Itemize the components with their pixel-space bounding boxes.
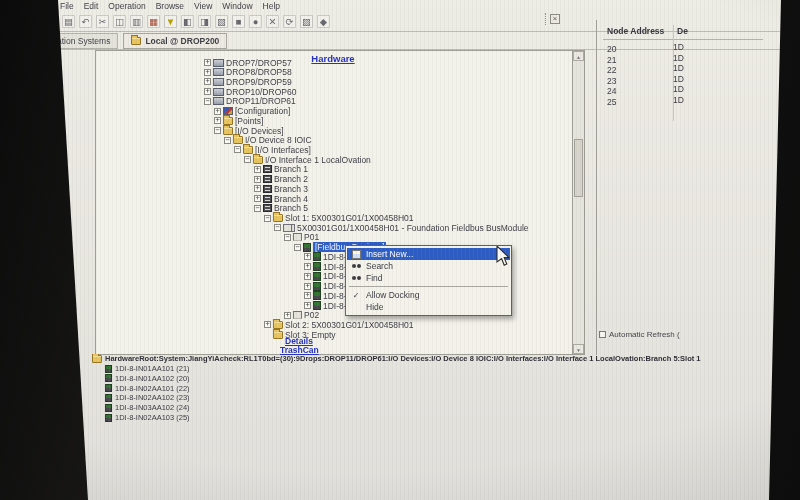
copy-icon[interactable]: ◫ [113, 15, 126, 28]
expand-box-icon[interactable]: + [254, 195, 261, 202]
tree-item[interactable]: +DROP8/DROP58 [204, 68, 292, 77]
table-row[interactable]: 241D [607, 84, 687, 94]
paste-icon[interactable]: ▥ [130, 15, 143, 28]
menu-window[interactable]: Window [222, 1, 252, 11]
expand-box-icon[interactable]: + [284, 312, 291, 319]
column-header-device[interactable]: De [677, 26, 693, 36]
collapse-box-icon[interactable]: − [264, 215, 271, 222]
result-item[interactable]: 1DI-8-IN02AA103 (25) [105, 413, 190, 422]
expand-box-icon[interactable]: + [254, 166, 261, 173]
collapse-box-icon[interactable]: − [214, 127, 221, 134]
tree-item[interactable]: +Slot 2: 5X00301G01/1X00458H01 [264, 320, 414, 329]
result-path-row[interactable]: HardwareRoot:System:JiangYiAcheck:RL1T0b… [92, 354, 772, 363]
tree-item[interactable]: +DROP9/DROP59 [204, 77, 292, 86]
result-item[interactable]: 1DI-8-IN03AA102 (24) [105, 403, 190, 412]
result-item[interactable]: 1DI-8-IN01AA102 (20) [105, 374, 190, 383]
expand-box-icon[interactable]: + [204, 69, 211, 76]
result-item[interactable]: 1DI-8-IN01AA101 (21) [105, 364, 190, 373]
tree-item[interactable]: −DROP11/DROP61 [204, 97, 296, 106]
close-icon[interactable]: × [550, 14, 560, 24]
hardware-title[interactable]: Hardware [96, 53, 570, 64]
collapse-box-icon[interactable]: − [224, 137, 231, 144]
expand-box-icon[interactable]: + [304, 253, 311, 260]
expand-box-icon[interactable]: + [254, 185, 261, 192]
collapse-box-icon[interactable]: − [294, 244, 301, 251]
menu-item-search[interactable]: Search [347, 260, 510, 272]
expand-box-icon[interactable]: + [204, 78, 211, 85]
collapse-box-icon[interactable]: − [204, 98, 211, 105]
expand-box-icon[interactable]: + [304, 302, 311, 309]
result-item[interactable]: 1DI-8-IN02AA102 (23) [105, 393, 190, 402]
expand-box-icon[interactable]: + [304, 273, 311, 280]
tree-item[interactable]: −[I/O Devices] [214, 126, 284, 135]
table-row[interactable]: 201D [607, 42, 687, 52]
menu-help[interactable]: Help [263, 1, 280, 11]
collapse-box-icon[interactable]: − [234, 146, 241, 153]
tree-item[interactable]: +Branch 3 [254, 184, 308, 193]
tree-item[interactable]: −Slot 1: 5X00301G01/1X00458H01 [264, 214, 414, 223]
tab-systems[interactable]: ation Systems [30, 33, 118, 49]
expand-box-icon[interactable]: + [214, 108, 221, 115]
tab-local-drop200[interactable]: Local @ DROP200 [123, 33, 227, 49]
expand-box-icon[interactable]: + [264, 321, 271, 328]
table-row[interactable]: 221D [607, 63, 687, 73]
tree-item[interactable]: −I/O Device 8 IOIC [224, 136, 312, 145]
table-row[interactable]: 251D [607, 95, 687, 105]
filter-icon[interactable]: ▼ [164, 15, 177, 28]
collapse-box-icon[interactable]: − [244, 156, 251, 163]
expand-box-icon[interactable]: + [214, 117, 221, 124]
menu-item-insert-new[interactable]: Insert New... [347, 248, 510, 260]
menu-item-allow-docking[interactable]: ✓Allow Docking [347, 289, 510, 301]
delete-icon[interactable]: ✕ [266, 15, 279, 28]
expand-box-icon[interactable]: + [304, 292, 311, 299]
expand-box-icon[interactable]: + [304, 283, 311, 290]
camera-icon[interactable]: ■ [232, 15, 245, 28]
clipboard-icon[interactable]: ▧ [215, 15, 228, 28]
toolbar-grip[interactable] [545, 13, 547, 25]
save-icon[interactable]: ◨ [198, 15, 211, 28]
app-icon[interactable]: ◆ [317, 15, 330, 28]
collapse-box-icon[interactable]: − [254, 205, 261, 212]
menu-edit[interactable]: Edit [84, 1, 99, 11]
menu-item-hide[interactable]: Hide [347, 301, 510, 313]
color-tiles-icon[interactable]: ▦ [147, 15, 160, 28]
collapse-box-icon[interactable]: − [284, 234, 291, 241]
tree-item[interactable]: −5X00301G01/1X00458H01 - Foundation Fiel… [274, 223, 529, 232]
menu-view[interactable]: View [194, 1, 212, 11]
tree-item[interactable]: −P01 [284, 233, 319, 242]
expand-box-icon[interactable]: + [204, 59, 211, 66]
search-icon[interactable]: ● [249, 15, 262, 28]
tree-item[interactable]: +P02 [284, 311, 319, 320]
auto-refresh-checkbox[interactable] [599, 331, 606, 338]
table-row[interactable]: 211D [607, 53, 687, 63]
result-item[interactable]: 1DI-8-IN02AA101 (22) [105, 384, 190, 393]
column-header-node-address[interactable]: Node Address [607, 26, 664, 36]
tree-item[interactable]: −I/O Interface 1 LocalOvation [244, 155, 371, 164]
refresh-icon[interactable]: ⟳ [283, 15, 296, 28]
tree-item[interactable]: −[I/O Interfaces] [234, 145, 311, 154]
scrollbar-thumb[interactable] [574, 139, 583, 197]
cut-icon[interactable]: ✂ [96, 15, 109, 28]
expand-box-icon[interactable]: + [304, 263, 311, 270]
open-icon[interactable]: ◧ [181, 15, 194, 28]
undo-icon[interactable]: ↶ [79, 15, 92, 28]
menu-operation[interactable]: Operation [108, 1, 145, 11]
collapse-box-icon[interactable]: − [274, 224, 281, 231]
tree-item[interactable]: +Branch 1 [254, 165, 308, 174]
tree-item[interactable]: −Branch 5 [254, 204, 308, 213]
tree-item[interactable]: +Branch 4 [254, 194, 308, 203]
table-row[interactable]: 231D [607, 74, 687, 84]
scroll-up-icon[interactable]: ▲ [573, 51, 584, 61]
expand-box-icon[interactable]: + [254, 176, 261, 183]
menu-item-find[interactable]: Find [347, 272, 510, 284]
tree-item[interactable]: +[Points] [214, 116, 263, 125]
print-icon[interactable]: ▤ [62, 15, 75, 28]
tree-item[interactable]: +DROP10/DROP60 [204, 87, 296, 96]
menu-file[interactable]: File [60, 1, 74, 11]
menu-browse[interactable]: Browse [156, 1, 184, 11]
expand-box-icon[interactable]: + [204, 88, 211, 95]
tree-item[interactable]: +Branch 2 [254, 175, 308, 184]
tools-icon[interactable]: ▨ [300, 15, 313, 28]
tree-item[interactable]: +DROP7/DROP57 [204, 58, 292, 67]
tree-scrollbar[interactable]: ▲ ▼ [572, 51, 584, 354]
